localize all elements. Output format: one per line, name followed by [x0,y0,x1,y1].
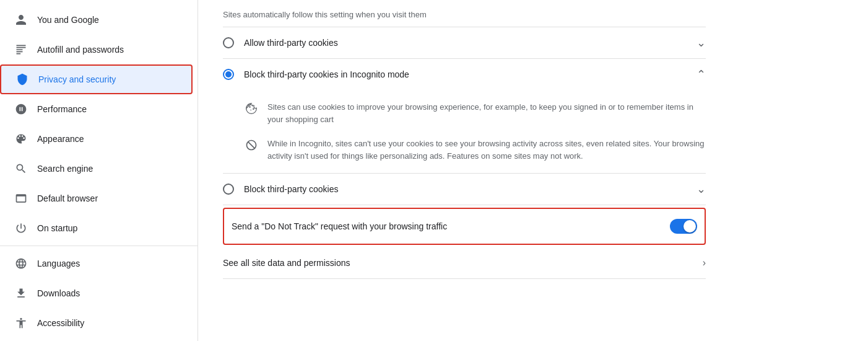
expanded-content: Sites can use cookies to improve your br… [223,90,706,174]
option-block-incognito[interactable]: Block third-party cookies in Incognito m… [223,59,706,90]
option-label-allow: Allow third-party cookies [244,38,338,48]
globe-icon [15,257,27,270]
see-all-label: See all site data and permissions [223,258,350,268]
sidebar-item-label: Appearance [37,134,84,144]
expanded-row-block: While in Incognito, sites can't use your… [245,131,706,168]
sidebar-item-label: You and Google [37,15,99,25]
radio-block-incognito[interactable] [223,69,234,80]
download-icon [15,287,27,299]
sidebar-item-label: Performance [37,104,87,114]
autofill-icon [15,43,27,56]
chevron-down-icon-2: ⌄ [697,182,706,196]
option-label-block-incognito: Block third-party cookies in Incognito m… [244,69,409,79]
option-allow-third-party[interactable]: Allow third-party cookies ⌄ [223,27,706,59]
sidebar-divider [0,246,197,246]
expanded-text-cookie: Sites can use cookies to improve your br… [267,101,706,125]
dnt-toggle[interactable] [670,219,697,234]
startup-icon [15,222,27,234]
sidebar-item-on-startup[interactable]: On startup [0,213,188,243]
sidebar-item-you-and-google[interactable]: You and Google [0,5,188,35]
option-block-incognito-wrapper: Block third-party cookies in Incognito m… [223,59,706,174]
sidebar-item-performance[interactable]: Performance [0,94,188,124]
svg-point-2 [253,108,254,110]
chevron-down-icon: ⌄ [697,36,706,50]
svg-point-0 [249,106,251,108]
person-icon [15,14,27,26]
sidebar-item-languages[interactable]: Languages [0,249,188,278]
sidebar-item-appearance[interactable]: Appearance [0,124,188,154]
radio-selected-dot [225,71,232,78]
search-icon [15,162,27,175]
sidebar: You and Google Autofill and passwords Pr… [0,0,198,341]
expanded-row-cookie: Sites can use cookies to improve your br… [245,95,706,131]
radio-block-all[interactable] [223,184,234,195]
option-label-block-all: Block third-party cookies [244,184,339,194]
sidebar-item-default-browser[interactable]: Default browser [0,184,188,213]
toggle-track [670,219,697,234]
see-all-site-data-row[interactable]: See all site data and permissions › [223,247,706,279]
block-icon [245,139,258,151]
dnt-label: Send a "Do Not Track" request with your … [232,221,447,231]
browser-icon [15,192,27,205]
top-note: Sites automatically follow this setting … [223,0,706,27]
sidebar-item-search-engine[interactable]: Search engine [0,154,188,184]
sidebar-item-label: Languages [37,259,80,268]
arrow-right-icon: › [703,257,706,268]
sidebar-item-label: Autofill and passwords [37,45,124,55]
sidebar-item-label: On startup [37,223,77,233]
cookie-icon [245,102,258,115]
sidebar-item-autofill[interactable]: Autofill and passwords [0,35,188,64]
sidebar-item-accessibility[interactable]: Accessibility [0,308,188,338]
sidebar-item-label: Privacy and security [38,74,116,84]
accessibility-icon [15,317,27,329]
sidebar-item-label: Accessibility [37,318,84,328]
appearance-icon [15,133,27,145]
svg-point-3 [250,110,251,111]
shield-icon [16,73,28,86]
chevron-up-icon: ⌃ [697,68,706,81]
sidebar-item-label: Default browser [37,193,98,203]
radio-allow[interactable] [223,37,234,48]
sidebar-item-label: Downloads [37,288,80,298]
performance-icon [15,103,27,115]
sidebar-item-downloads[interactable]: Downloads [0,278,188,308]
sidebar-item-label: Search engine [37,164,93,174]
do-not-track-row[interactable]: Send a "Do Not Track" request with your … [223,208,706,245]
main-content: Sites automatically follow this setting … [198,0,868,341]
expanded-text-block: While in Incognito, sites can't use your… [267,138,706,162]
sidebar-item-privacy[interactable]: Privacy and security [0,64,193,94]
toggle-thumb [684,220,696,232]
option-block-all[interactable]: Block third-party cookies ⌄ [223,174,706,205]
